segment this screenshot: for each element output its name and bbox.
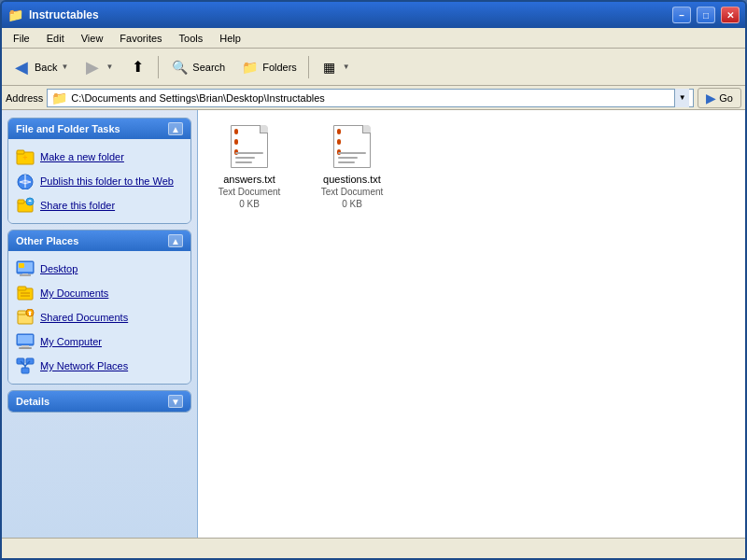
svg-rect-6 [18, 200, 24, 203]
toolbar-separator-2 [308, 56, 309, 78]
menu-help[interactable]: Help [212, 31, 248, 46]
menu-bar: File Edit View Favorites Tools Help [2, 28, 745, 49]
address-bar: Address 📁 C:\Documents and Settings\Bria… [2, 86, 745, 110]
answers-file-size: 0 KB [239, 199, 260, 209]
folders-label: Folders [262, 62, 297, 73]
publish-folder-link[interactable]: Publish this folder to the Web [12, 169, 187, 193]
search-button[interactable]: 🔍 Search [163, 52, 232, 82]
publish-folder-label: Publish this folder to the Web [40, 175, 174, 187]
other-places-collapse[interactable]: ▲ [168, 234, 183, 247]
search-label: Search [192, 62, 225, 73]
svg-rect-18 [18, 311, 26, 315]
my-network-places-icon [16, 357, 35, 375]
address-label: Address [6, 92, 43, 104]
window: 📁 Instructables – □ ✕ File Edit View Fav… [0, 0, 747, 560]
views-icon: ▦ [320, 58, 339, 77]
back-button[interactable]: ◀ Back ▼ [6, 52, 75, 82]
file-item-answers[interactable]: answers.txt Text Document 0 KB [207, 119, 291, 213]
my-computer-link[interactable]: My Computer [12, 329, 187, 354]
go-arrow-icon: ▶ [706, 91, 716, 105]
questions-file-icon [333, 125, 371, 168]
status-bar [2, 538, 745, 558]
back-label: Back [35, 62, 57, 73]
folders-button[interactable]: 📁 Folders [233, 52, 303, 82]
shared-documents-link[interactable]: Shared Documents [12, 305, 187, 329]
forward-button[interactable]: ▶ ▼ [77, 52, 120, 82]
desktop-link[interactable]: Desktop [12, 257, 187, 281]
make-new-folder-label: Make a new folder [40, 151, 124, 162]
left-panel: File and Folder Tasks ▲ + Make a new fol… [2, 110, 198, 538]
close-button[interactable]: ✕ [721, 7, 740, 23]
menu-favorites[interactable]: Favorites [112, 31, 169, 46]
my-computer-label: My Computer [40, 336, 102, 347]
menu-view[interactable]: View [74, 31, 111, 46]
file-area: answers.txt Text Document 0 KB [198, 110, 745, 538]
folder-icon: 📁 [51, 91, 67, 105]
title-bar: 📁 Instructables – □ ✕ [2, 2, 745, 28]
share-folder-link[interactable]: Share this folder [12, 193, 187, 217]
svg-rect-14 [18, 287, 26, 290]
file-folder-tasks-header: File and Folder Tasks ▲ [8, 119, 190, 139]
other-places-section: Other Places ▲ [7, 230, 191, 385]
address-field[interactable]: 📁 C:\Documents and Settings\Brian\Deskto… [47, 89, 694, 107]
questions-file-name: questions.txt [323, 174, 381, 185]
other-places-body: Desktop My Documents [8, 251, 190, 384]
back-icon: ◀ [12, 58, 31, 77]
file-folder-tasks-section: File and Folder Tasks ▲ + Make a new fol… [7, 118, 191, 224]
other-places-title: Other Places [16, 235, 78, 246]
views-button[interactable]: ▦ ▼ [314, 52, 357, 82]
folders-icon: 📁 [240, 58, 259, 77]
make-new-folder-link[interactable]: + Make a new folder [12, 145, 187, 169]
menu-edit[interactable]: Edit [39, 31, 72, 46]
menu-tools[interactable]: Tools [172, 31, 211, 46]
desktop-icon [16, 259, 35, 278]
my-documents-icon [16, 284, 35, 302]
svg-rect-10 [20, 274, 31, 276]
maximize-button[interactable]: □ [697, 7, 715, 23]
address-dropdown-button[interactable]: ▼ [674, 89, 689, 107]
details-collapse[interactable]: ▼ [168, 395, 183, 408]
search-icon: 🔍 [170, 58, 189, 77]
svg-text:+: + [22, 153, 27, 162]
publish-folder-icon [16, 172, 35, 190]
desktop-label: Desktop [40, 263, 78, 274]
up-icon: ⬆ [128, 58, 147, 77]
minimize-button[interactable]: – [672, 7, 691, 23]
window-icon: 📁 [7, 7, 23, 22]
views-dropdown-arrow: ▼ [343, 63, 350, 71]
file-folder-tasks-collapse[interactable]: ▲ [168, 122, 183, 135]
svg-rect-23 [21, 345, 29, 347]
toolbar: ◀ Back ▼ ▶ ▼ ⬆ 🔍 Search 📁 Folders ▦ ▼ [2, 49, 745, 86]
my-documents-label: My Documents [40, 287, 108, 299]
menu-file[interactable]: File [6, 31, 37, 46]
details-header: Details ▼ [8, 391, 190, 412]
my-network-places-link[interactable]: My Network Places [12, 354, 187, 378]
svg-rect-12 [19, 263, 24, 268]
answers-file-name: answers.txt [223, 174, 275, 185]
details-section: Details ▼ [7, 390, 191, 413]
my-network-places-label: My Network Places [40, 360, 128, 371]
details-title: Details [16, 396, 49, 407]
questions-file-size: 0 KB [342, 199, 362, 209]
shared-documents-label: Shared Documents [40, 312, 128, 323]
questions-file-type: Text Document [321, 187, 384, 197]
window-title: Instructables [29, 8, 667, 21]
go-button[interactable]: ▶ Go [698, 88, 741, 108]
svg-rect-22 [18, 335, 33, 343]
answers-file-type: Text Document [218, 187, 281, 197]
file-folder-tasks-body: + Make a new folder [8, 139, 190, 223]
forward-dropdown-arrow: ▼ [106, 63, 113, 71]
up-button[interactable]: ⬆ [121, 52, 153, 82]
address-path: C:\Documents and Settings\Brian\Desktop\… [71, 92, 324, 104]
file-folder-tasks-title: File and Folder Tasks [16, 123, 120, 134]
shared-documents-icon [16, 308, 35, 327]
my-computer-icon [16, 332, 35, 351]
toolbar-separator-1 [158, 56, 159, 78]
my-documents-link[interactable]: My Documents [12, 281, 187, 305]
share-folder-label: Share this folder [40, 200, 115, 211]
back-dropdown-arrow: ▼ [61, 63, 68, 71]
file-item-questions[interactable]: questions.txt Text Document 0 KB [310, 119, 394, 213]
svg-rect-24 [19, 347, 32, 349]
svg-rect-27 [21, 368, 29, 373]
main-area: File and Folder Tasks ▲ + Make a new fol… [2, 110, 745, 538]
